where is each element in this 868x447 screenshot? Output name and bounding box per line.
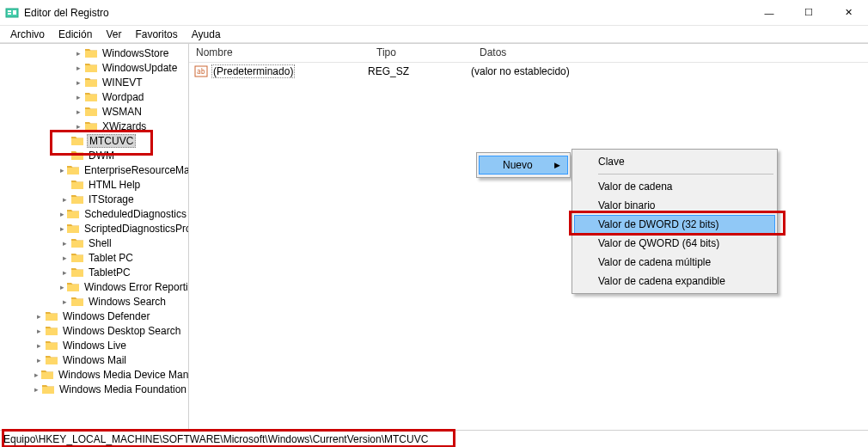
- folder-icon: [70, 266, 84, 279]
- menu-ver[interactable]: Ver: [99, 27, 128, 42]
- submenu-binario[interactable]: Valor binario: [574, 196, 775, 215]
- tree-item[interactable]: ▸ WindowsUpdate: [0, 60, 188, 75]
- column-data[interactable]: Datos: [473, 44, 868, 62]
- regedit-icon: [5, 6, 19, 20]
- tree-item[interactable]: ▸ Windows Desktop Search: [0, 323, 188, 338]
- folder-icon: [84, 106, 98, 118]
- tree-item-label: WindowsStore: [101, 47, 170, 59]
- folder-icon: [66, 208, 80, 220]
- tree-item[interactable]: ▸ TabletPC: [0, 265, 188, 279]
- column-type[interactable]: Tipo: [370, 44, 473, 62]
- tree-item[interactable]: ▸ Windows Media Foundation: [0, 382, 188, 396]
- tree-item[interactable]: ▸ Windows Defender: [0, 309, 188, 323]
- submenu-clave[interactable]: Clave: [574, 152, 775, 171]
- tree-item-label: WindowsUpdate: [101, 62, 179, 74]
- chevron-icon[interactable]: ▸: [34, 385, 40, 394]
- chevron-icon[interactable]: ▸: [60, 210, 64, 218]
- tree-item[interactable]: ▸ ScriptedDiagnosticsProvider: [0, 221, 188, 236]
- chevron-icon[interactable]: ▸: [60, 268, 69, 277]
- menu-favoritos[interactable]: Favoritos: [128, 27, 184, 42]
- tree-item[interactable]: ▸ HTML Help: [0, 177, 188, 192]
- list-body[interactable]: ab (Predeterminado)REG_SZ(valor no estab…: [189, 63, 868, 430]
- tree-item-label: Wordpad: [101, 91, 145, 103]
- folder-icon: [66, 164, 80, 176]
- value-type: REG_SZ: [368, 65, 471, 77]
- chevron-icon[interactable]: ▸: [34, 327, 43, 335]
- tree-item[interactable]: ▸ Shell: [0, 236, 188, 250]
- folder-icon: [41, 383, 55, 395]
- tree-item-label: WSMAN: [101, 106, 144, 118]
- folder-icon: [70, 237, 84, 249]
- submenu-multiple[interactable]: Valor de cadena múltiple: [574, 253, 775, 272]
- highlight-mtcuvc: [50, 130, 153, 156]
- menu-nuevo[interactable]: Nuevo ▶: [479, 156, 568, 175]
- tree-item[interactable]: ▸ WSMAN: [0, 104, 188, 119]
- svg-rect-2: [8, 13, 11, 15]
- tree-item[interactable]: ▸ ScheduledDiagnostics: [0, 206, 188, 221]
- chevron-icon[interactable]: ▸: [74, 93, 83, 101]
- folder-icon: [70, 193, 84, 205]
- tree-item-label: Windows Defender: [61, 310, 151, 322]
- value-data: (valor no establecido): [471, 65, 868, 77]
- chevron-icon[interactable]: ▸: [60, 283, 64, 291]
- chevron-icon[interactable]: ▸: [60, 224, 64, 233]
- value-name: (Predeterminado): [211, 65, 368, 77]
- tree-item-label: Windows Mail: [61, 354, 128, 366]
- submenu-expandible[interactable]: Valor de cadena expandible: [574, 272, 775, 291]
- folder-icon: [45, 354, 58, 366]
- value-row[interactable]: ab (Predeterminado)REG_SZ(valor no estab…: [189, 63, 868, 80]
- tree-item[interactable]: ▸ Tablet PC: [0, 250, 188, 265]
- tree-item[interactable]: ▸ WindowsStore: [0, 46, 188, 60]
- chevron-icon[interactable]: ▸: [60, 297, 69, 306]
- chevron-icon[interactable]: ▸: [60, 254, 69, 262]
- folder-icon: [45, 340, 58, 352]
- chevron-icon[interactable]: ▸: [34, 341, 43, 350]
- context-submenu: Clave Valor de cadena Valor binario Valo…: [572, 149, 778, 294]
- tree-item-label: Windows Desktop Search: [61, 325, 182, 337]
- tree-item[interactable]: ▸ Windows Error Reporting: [0, 279, 188, 294]
- chevron-icon[interactable]: ▸: [60, 195, 69, 204]
- window-title: Editor del Registro: [24, 7, 749, 19]
- column-name[interactable]: Nombre: [189, 44, 370, 62]
- tree-panel[interactable]: ▸ WindowsStore▸ WindowsUpdate▸ WINEVT▸ W…: [0, 44, 189, 430]
- menu-ayuda[interactable]: Ayuda: [185, 27, 228, 42]
- tree-item[interactable]: ▸ Windows Mail: [0, 352, 188, 367]
- tree-item[interactable]: ▸ Windows Media Device Manager: [0, 367, 188, 382]
- folder-icon: [45, 310, 58, 322]
- chevron-icon[interactable]: ▸: [74, 49, 83, 58]
- content-area: ▸ WindowsStore▸ WindowsUpdate▸ WINEVT▸ W…: [0, 43, 868, 430]
- tree-item[interactable]: ▸ Wordpad: [0, 89, 188, 104]
- close-button[interactable]: ✕: [828, 0, 868, 25]
- submenu-qword[interactable]: Valor de QWORD (64 bits): [574, 234, 775, 253]
- tree-item[interactable]: ▸ Windows Live: [0, 338, 188, 352]
- folder-icon: [66, 223, 80, 235]
- chevron-icon[interactable]: ▸: [74, 78, 83, 87]
- tree-item-label: WINEVT: [101, 77, 144, 89]
- tree-item[interactable]: ▸ WINEVT: [0, 75, 188, 89]
- chevron-icon[interactable]: ▸: [60, 239, 69, 248]
- chevron-icon[interactable]: ▸: [34, 312, 43, 321]
- maximize-button[interactable]: ☐: [789, 0, 828, 25]
- tree-item-label: Windows Live: [61, 340, 128, 352]
- tree-item-label: Windows Search: [87, 296, 168, 308]
- submenu-cadena[interactable]: Valor de cadena: [574, 177, 775, 196]
- submenu-separator: [598, 174, 773, 175]
- chevron-icon[interactable]: ▸: [74, 64, 83, 72]
- chevron-icon[interactable]: ▸: [34, 370, 39, 379]
- minimize-button[interactable]: —: [749, 0, 789, 25]
- chevron-icon[interactable]: ▸: [74, 122, 83, 131]
- tree-item-label: Tablet PC: [87, 252, 135, 264]
- tree-item[interactable]: ▸ ITStorage: [0, 192, 188, 206]
- tree-item[interactable]: ▸ Windows Search: [0, 294, 188, 309]
- svg-rect-1: [8, 10, 11, 12]
- chevron-icon[interactable]: ▸: [74, 107, 83, 116]
- submenu-dword[interactable]: Valor de DWORD (32 bits): [574, 215, 775, 234]
- folder-icon: [45, 325, 58, 337]
- folder-icon: [70, 179, 84, 191]
- tree-item-label: Shell: [87, 237, 113, 249]
- chevron-icon[interactable]: ▸: [34, 356, 43, 364]
- chevron-icon[interactable]: ▸: [60, 166, 64, 175]
- menu-edicion[interactable]: Edición: [52, 27, 99, 42]
- tree-item[interactable]: ▸ EnterpriseResourceManager: [0, 162, 188, 177]
- menu-archivo[interactable]: Archivo: [3, 27, 52, 42]
